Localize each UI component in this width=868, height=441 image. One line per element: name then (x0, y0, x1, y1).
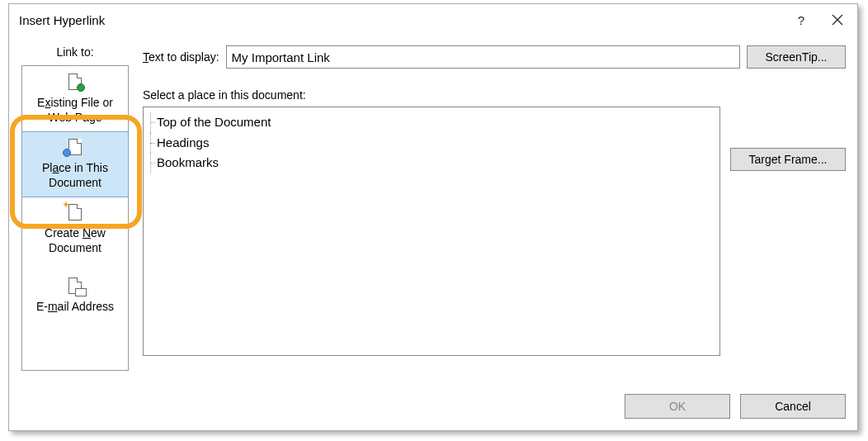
dialog-title: Insert Hyperlink (19, 13, 783, 27)
titlebar: Insert Hyperlink ? (9, 4, 857, 36)
linkto-email-address[interactable]: E-mail Address (22, 263, 128, 329)
linkto-create-new[interactable]: ✦ Create New Document (22, 197, 128, 263)
linkto-header: Link to: (56, 45, 93, 59)
main-panel: Text to display: ScreenTip... Select a p… (130, 45, 846, 419)
email-address-icon (65, 276, 85, 296)
place-tree[interactable]: Top of the Document Headings Bookmarks (143, 107, 720, 356)
existing-file-icon (65, 72, 85, 92)
text-to-display-input[interactable] (226, 45, 740, 69)
select-place-label: Select a place in this document: (143, 88, 720, 102)
mid-right: Target Frame... (730, 88, 846, 379)
close-icon (832, 14, 843, 26)
help-button[interactable]: ? (783, 6, 819, 34)
mid-section: Select a place in this document: Top of … (143, 88, 846, 379)
tree-item[interactable]: Top of the Document (150, 112, 713, 133)
dialog-content: Link to: Existing File or Web Page (9, 36, 857, 430)
place-in-document-icon (65, 137, 85, 157)
tree-item[interactable]: Headings (150, 133, 713, 154)
screentip-button[interactable]: ScreenTip... (747, 45, 846, 69)
tree-item[interactable]: Bookmarks (150, 153, 713, 173)
text-display-row: Text to display: ScreenTip... (143, 45, 846, 69)
text-to-display-label: Text to display: (143, 50, 219, 64)
linkto-item-label: Create New Document (45, 225, 106, 255)
close-button[interactable] (819, 6, 856, 34)
mid-left: Select a place in this document: Top of … (143, 88, 720, 379)
linkto-existing-file[interactable]: Existing File or Web Page (22, 66, 128, 132)
bottom-buttons: OK Cancel (143, 394, 846, 419)
linkto-panel: Link to: Existing File or Web Page (21, 45, 130, 419)
linkto-list: Existing File or Web Page Place in This … (21, 65, 129, 371)
linkto-item-label: E-mail Address (36, 299, 114, 314)
create-new-icon: ✦ (65, 202, 85, 222)
insert-hyperlink-dialog: Insert Hyperlink ? Link to: Existing Fil… (8, 3, 858, 431)
ok-button[interactable]: OK (625, 394, 730, 419)
cancel-button[interactable]: Cancel (740, 394, 846, 419)
target-frame-button[interactable]: Target Frame... (730, 148, 846, 171)
linkto-place-in-document[interactable]: Place in This Document (21, 131, 129, 197)
linkto-item-label: Existing File or Web Page (37, 95, 113, 125)
linkto-item-label: Place in This Document (42, 160, 108, 190)
